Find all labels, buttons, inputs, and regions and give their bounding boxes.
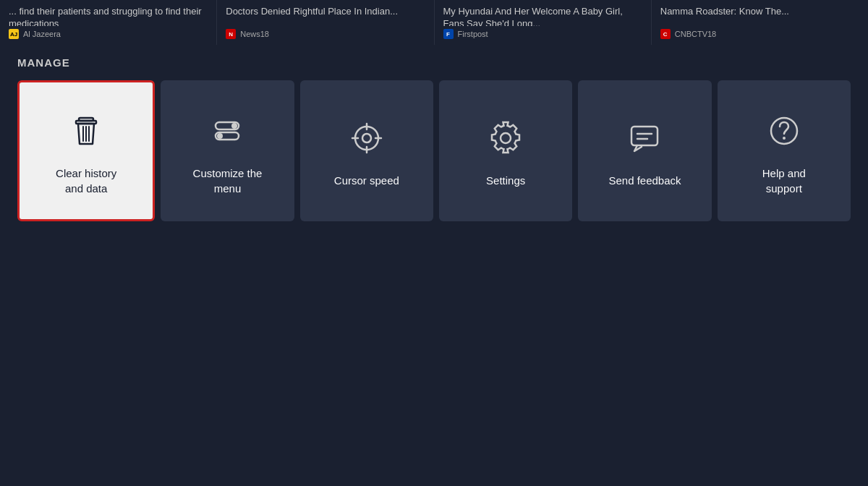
- cursor-speed-card[interactable]: Cursor speed: [300, 80, 433, 221]
- gear-icon: [484, 116, 527, 160]
- news-title-2: Doctors Denied Rightful Place In Indian.…: [226, 6, 425, 18]
- source-icon-aljazeera: AJ: [9, 29, 19, 39]
- news-title-1: ... find their patients and struggling t…: [9, 6, 208, 26]
- news-title-3: My Hyundai And Her Welcome A Baby Girl, …: [443, 6, 642, 26]
- source-label-1: Al Jazeera: [23, 30, 61, 38]
- news-item-4[interactable]: Namma Roadster: Know The... C CNBCTV18: [652, 0, 868, 45]
- news-source-3: F Firstpost: [443, 29, 642, 39]
- send-feedback-label: Send feedback: [608, 173, 681, 188]
- svg-point-10: [362, 134, 371, 142]
- clear-history-label: Clear historyand data: [56, 166, 116, 196]
- news-title-4: Namma Roadster: Know The...: [660, 6, 859, 18]
- manage-grid: Clear historyand data Customize themenu: [17, 80, 851, 221]
- source-label-3: Firstpost: [458, 30, 488, 38]
- news-source-2: N News18: [226, 29, 425, 39]
- toggles-icon: [205, 109, 249, 153]
- source-label-4: CNBCTV18: [675, 30, 716, 38]
- svg-point-20: [783, 137, 786, 140]
- svg-rect-16: [631, 127, 658, 145]
- customize-menu-card[interactable]: Customize themenu: [161, 80, 294, 221]
- svg-point-8: [217, 133, 223, 139]
- manage-section: MANAGE Clear historyand data: [0, 45, 868, 221]
- settings-label: Settings: [486, 173, 525, 188]
- customize-menu-label: Customize themenu: [193, 166, 263, 196]
- chat-icon: [623, 116, 666, 160]
- help-icon: [762, 109, 806, 153]
- manage-label: MANAGE: [17, 56, 851, 69]
- help-support-card[interactable]: Help andsupport: [718, 80, 851, 221]
- news-bar: ... find their patients and struggling t…: [0, 0, 868, 45]
- news-source-1: AJ Al Jazeera: [9, 29, 208, 39]
- svg-point-15: [501, 133, 511, 143]
- trash-icon: [64, 109, 108, 153]
- source-icon-firstpost: F: [443, 29, 454, 39]
- cursor-icon: [345, 116, 388, 160]
- send-feedback-card[interactable]: Send feedback: [578, 80, 711, 221]
- help-support-label: Help andsupport: [762, 166, 806, 196]
- cursor-speed-label: Cursor speed: [334, 173, 399, 188]
- news-item-1[interactable]: ... find their patients and struggling t…: [0, 0, 217, 45]
- news-source-4: C CNBCTV18: [660, 29, 859, 39]
- clear-history-card[interactable]: Clear historyand data: [17, 80, 155, 221]
- source-label-2: News18: [240, 30, 269, 38]
- source-icon-news18: N: [226, 29, 236, 39]
- news-item-2[interactable]: Doctors Denied Rightful Place In Indian.…: [217, 0, 434, 45]
- source-icon-cnbc: C: [660, 29, 671, 39]
- settings-card[interactable]: Settings: [439, 80, 572, 221]
- news-item-3[interactable]: My Hyundai And Her Welcome A Baby Girl, …: [435, 0, 652, 45]
- svg-point-6: [231, 123, 237, 129]
